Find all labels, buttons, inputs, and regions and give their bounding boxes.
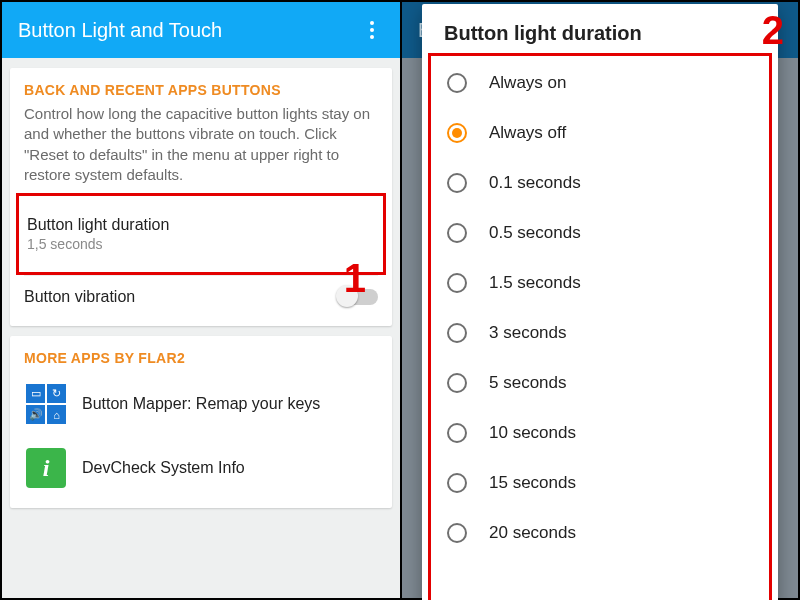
option-label: 3 seconds bbox=[489, 323, 567, 343]
radio-icon bbox=[447, 223, 467, 243]
dialog-option[interactable]: 10 seconds bbox=[431, 408, 769, 458]
option-label: 0.5 seconds bbox=[489, 223, 581, 243]
dialog-screen: B Button light duration Always onAlways … bbox=[400, 2, 798, 598]
button-mapper-icon: ▭↻🔊⌂ bbox=[24, 382, 68, 426]
radio-icon bbox=[447, 323, 467, 343]
dialog-options-list: Always onAlways off0.1 seconds0.5 second… bbox=[428, 53, 772, 600]
option-label: Always off bbox=[489, 123, 566, 143]
pref-title: Button vibration bbox=[24, 288, 338, 306]
dialog-option[interactable]: 20 seconds bbox=[431, 508, 769, 558]
highlight-box-1: Button light duration 1,5 seconds bbox=[16, 193, 386, 275]
option-label: Always on bbox=[489, 73, 566, 93]
dialog-option[interactable]: 0.1 seconds bbox=[431, 158, 769, 208]
option-label: 15 seconds bbox=[489, 473, 576, 493]
pref-button-vibration[interactable]: Button vibration bbox=[24, 275, 378, 318]
settings-screen: Button Light and Touch BACK AND RECENT A… bbox=[2, 2, 400, 598]
app-link-button-mapper[interactable]: ▭↻🔊⌂ Button Mapper: Remap your keys bbox=[24, 372, 378, 436]
section-header: BACK AND RECENT APPS BUTTONS bbox=[24, 82, 378, 98]
dialog-title: Button light duration bbox=[432, 22, 768, 53]
radio-icon bbox=[447, 473, 467, 493]
app-label: DevCheck System Info bbox=[82, 459, 245, 477]
section-description: Control how long the capacitive button l… bbox=[24, 104, 378, 185]
app-link-devcheck[interactable]: i DevCheck System Info bbox=[24, 436, 378, 500]
option-label: 1.5 seconds bbox=[489, 273, 581, 293]
pref-button-light-duration[interactable]: Button light duration 1,5 seconds bbox=[27, 204, 375, 264]
dialog-option[interactable]: 0.5 seconds bbox=[431, 208, 769, 258]
radio-icon bbox=[447, 423, 467, 443]
settings-card: BACK AND RECENT APPS BUTTONS Control how… bbox=[10, 68, 392, 326]
radio-icon bbox=[447, 273, 467, 293]
more-apps-card: MORE APPS BY FLAR2 ▭↻🔊⌂ Button Mapper: R… bbox=[10, 336, 392, 508]
radio-icon bbox=[447, 373, 467, 393]
option-label: 5 seconds bbox=[489, 373, 567, 393]
radio-icon bbox=[447, 523, 467, 543]
section-header: MORE APPS BY FLAR2 bbox=[24, 350, 378, 366]
annotation-number-2: 2 bbox=[762, 10, 784, 50]
dialog-option[interactable]: 1.5 seconds bbox=[431, 258, 769, 308]
duration-dialog: Button light duration Always onAlways of… bbox=[422, 4, 778, 600]
app-label: Button Mapper: Remap your keys bbox=[82, 395, 320, 413]
pref-summary: 1,5 seconds bbox=[27, 236, 375, 252]
dialog-option[interactable]: 3 seconds bbox=[431, 308, 769, 358]
app-bar: Button Light and Touch bbox=[2, 2, 400, 58]
app-bar-title: Button Light and Touch bbox=[18, 19, 360, 42]
option-label: 20 seconds bbox=[489, 523, 576, 543]
dialog-option[interactable]: 15 seconds bbox=[431, 458, 769, 508]
radio-icon bbox=[447, 123, 467, 143]
dialog-option[interactable]: Always on bbox=[431, 58, 769, 108]
radio-icon bbox=[447, 173, 467, 193]
annotation-number-1: 1 bbox=[344, 258, 366, 298]
dialog-option[interactable]: 5 seconds bbox=[431, 358, 769, 408]
pref-title: Button light duration bbox=[27, 216, 375, 234]
dialog-option[interactable]: Always off bbox=[431, 108, 769, 158]
option-label: 10 seconds bbox=[489, 423, 576, 443]
option-label: 0.1 seconds bbox=[489, 173, 581, 193]
radio-icon bbox=[447, 73, 467, 93]
devcheck-icon: i bbox=[24, 446, 68, 490]
overflow-menu-icon[interactable] bbox=[360, 15, 384, 45]
